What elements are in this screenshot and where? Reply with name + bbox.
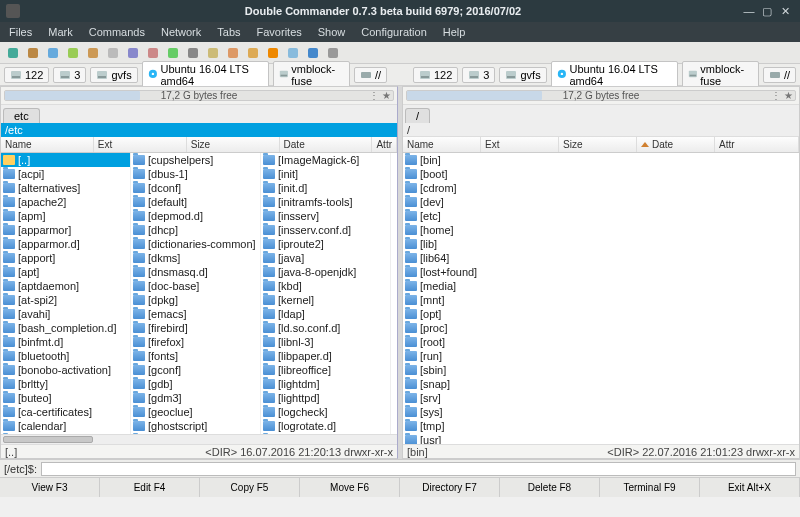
drive-left-122[interactable]: 122 [4, 67, 49, 83]
file-row[interactable]: [ld.so.conf.d] [261, 321, 390, 335]
fnkey-terminal[interactable]: Terminal F9 [600, 478, 700, 497]
file-row[interactable]: [avahi] [1, 307, 130, 321]
disk-button[interactable] [184, 44, 202, 62]
briefcase-button[interactable] [24, 44, 42, 62]
file-row[interactable]: [logcheck] [261, 405, 390, 419]
file-row[interactable]: [aptdaemon] [1, 279, 130, 293]
file-row[interactable]: [buteo] [1, 391, 130, 405]
file-row[interactable]: [apport] [1, 251, 130, 265]
drive-right-gvfs[interactable]: gvfs [499, 67, 546, 83]
file-row[interactable]: [bonobo-activation] [1, 363, 130, 377]
right-col-name[interactable]: Name [403, 137, 481, 152]
file-row[interactable]: [dnsmasq.d] [131, 265, 260, 279]
file-row[interactable]: [ghostscript] [131, 419, 260, 433]
file-row[interactable]: [gdb] [131, 377, 260, 391]
right-freespace-menu-icon[interactable]: ⋮ ★ [771, 90, 793, 101]
fnkey-edit[interactable]: Edit F4 [100, 478, 200, 497]
file-row[interactable]: [apt] [1, 265, 130, 279]
drive-left-[interactable]: // [354, 67, 387, 83]
file-row[interactable]: [firefox] [131, 335, 260, 349]
menu-mark[interactable]: Mark [43, 24, 77, 40]
file-row[interactable]: [initramfs-tools] [261, 195, 390, 209]
file-row[interactable]: [java] [261, 251, 390, 265]
gear-button[interactable] [324, 44, 342, 62]
stack-button[interactable] [284, 44, 302, 62]
file-row[interactable]: [apache2] [1, 195, 130, 209]
left-col-attr[interactable]: Attr [372, 137, 397, 152]
left-tab[interactable]: etc [3, 108, 40, 123]
file-row[interactable]: [snap] [403, 377, 799, 391]
drive-right-ubuntu1604ltsamd64[interactable]: Ubuntu 16.04 LTS amd64 [551, 61, 678, 89]
file-row[interactable]: [at-spi2] [1, 293, 130, 307]
file-row[interactable]: [dkms] [131, 251, 260, 265]
file-row[interactable]: [proc] [403, 321, 799, 335]
fnkey-exit[interactable]: Exit Alt+X [700, 478, 800, 497]
left-path[interactable]: /etc [1, 123, 397, 137]
columns-button[interactable] [44, 44, 62, 62]
left-col-name[interactable]: Name [1, 137, 94, 152]
minimize-button[interactable]: — [740, 5, 758, 17]
right-tab[interactable]: / [405, 108, 430, 123]
file-row[interactable]: [acpi] [1, 167, 130, 181]
drive-left-3[interactable]: 3 [53, 67, 86, 83]
file-row[interactable]: [init] [261, 167, 390, 181]
file-row[interactable]: [kernel] [261, 293, 390, 307]
file-row[interactable]: [geoclue] [131, 405, 260, 419]
close-button[interactable]: ✕ [776, 5, 794, 18]
file-row[interactable]: [insserv] [261, 209, 390, 223]
file-row[interactable]: [lost+found] [403, 265, 799, 279]
file-row[interactable]: [fonts] [131, 349, 260, 363]
maximize-button[interactable]: ▢ [758, 5, 776, 18]
menu-commands[interactable]: Commands [84, 24, 150, 40]
fnkey-copy[interactable]: Copy F5 [200, 478, 300, 497]
file-row[interactable]: [ca-certificates] [1, 405, 130, 419]
file-row[interactable]: [bin] [403, 153, 799, 167]
file-row[interactable]: [insserv.conf.d] [261, 223, 390, 237]
file-row[interactable]: [..] [1, 153, 130, 167]
file-row[interactable]: [srv] [403, 391, 799, 405]
file-row[interactable]: [ImageMagick-6] [261, 153, 390, 167]
file-row[interactable]: [usr] [403, 433, 799, 444]
file-row[interactable]: [ldap] [261, 307, 390, 321]
file-row[interactable]: [apm] [1, 209, 130, 223]
left-col-size[interactable]: Size [187, 137, 280, 152]
fnkey-delete[interactable]: Delete F8 [500, 478, 600, 497]
menu-configuration[interactable]: Configuration [356, 24, 431, 40]
menu-network[interactable]: Network [156, 24, 206, 40]
menu-tabs[interactable]: Tabs [212, 24, 245, 40]
drive-right-[interactable]: // [763, 67, 796, 83]
file-row[interactable]: [kbd] [261, 279, 390, 293]
file-row[interactable]: [emacs] [131, 307, 260, 321]
box1-button[interactable] [224, 44, 242, 62]
file-row[interactable]: [binfmt.d] [1, 335, 130, 349]
drive-right-3[interactable]: 3 [462, 67, 495, 83]
drive-right-vmblockfuse[interactable]: vmblock-fuse [682, 61, 759, 89]
file-row[interactable]: [mnt] [403, 293, 799, 307]
file-row[interactable]: [java-8-openjdk] [261, 265, 390, 279]
file-row[interactable]: [brltty] [1, 377, 130, 391]
file-row[interactable]: [gdm3] [131, 391, 260, 405]
drive-left-vmblockfuse[interactable]: vmblock-fuse [273, 61, 350, 89]
target-button[interactable] [164, 44, 182, 62]
fnkey-directory[interactable]: Directory F7 [400, 478, 500, 497]
right-path[interactable]: / [403, 123, 799, 137]
file-row[interactable]: [dictionaries-common] [131, 237, 260, 251]
left-col-date[interactable]: Date [280, 137, 373, 152]
scrollbar-thumb[interactable] [3, 436, 93, 443]
file-row[interactable]: [cdrom] [403, 181, 799, 195]
fnkey-view[interactable]: View F3 [0, 478, 100, 497]
file-row[interactable]: [run] [403, 349, 799, 363]
box2-button[interactable] [244, 44, 262, 62]
file-row[interactable]: [apparmor.d] [1, 237, 130, 251]
right-file-list[interactable]: [bin][boot][cdrom][dev][etc][home][lib][… [403, 153, 799, 444]
file-row[interactable]: [doc-base] [131, 279, 260, 293]
file-row[interactable]: [bluetooth] [1, 349, 130, 363]
file-row[interactable]: [tmp] [403, 419, 799, 433]
orange-button[interactable] [264, 44, 282, 62]
menu-favorites[interactable]: Favorites [252, 24, 307, 40]
file-row[interactable]: [etc] [403, 209, 799, 223]
file-row[interactable]: [media] [403, 279, 799, 293]
file-row[interactable]: [logrotate.d] [261, 419, 390, 433]
right-col-ext[interactable]: Ext [481, 137, 559, 152]
drive-left-gvfs[interactable]: gvfs [90, 67, 137, 83]
